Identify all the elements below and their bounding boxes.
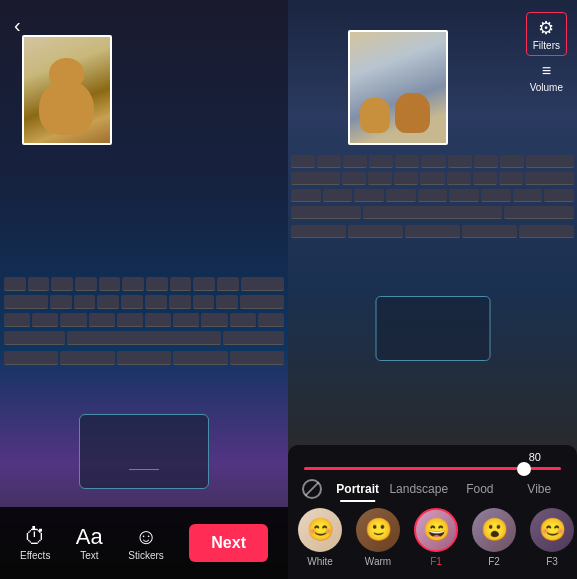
text-icon: Aa	[76, 526, 103, 548]
filter-panel: 80 Portrait Landscape Food Vibe 😊 White	[288, 445, 577, 579]
filter-white-label: White	[307, 556, 333, 567]
back-button[interactable]: ‹	[14, 14, 21, 37]
filter-tabs: Portrait Landscape Food Vibe	[288, 478, 577, 500]
filter-f2-label: F2	[488, 556, 500, 567]
dog1	[360, 98, 390, 133]
filter-f2-face: 😮	[472, 508, 516, 552]
filters-icon: ⚙	[538, 17, 554, 39]
filter-warm-face: 🙂	[356, 508, 400, 552]
filter-warm-avatar: 🙂	[356, 508, 400, 552]
filter-warm-label: Warm	[365, 556, 391, 567]
filter-f1[interactable]: 😄 F1	[410, 508, 462, 567]
filter-f1-label: F1	[430, 556, 442, 567]
filter-f1-avatar: 😄	[414, 508, 458, 552]
tab-food[interactable]: Food	[450, 478, 509, 500]
filters-label: Filters	[533, 40, 560, 51]
filter-white[interactable]: 😊 White	[294, 508, 346, 567]
volume-button[interactable]: ≡ Volume	[530, 62, 563, 93]
text-label: Text	[80, 550, 98, 561]
filter-f2-avatar: 😮	[472, 508, 516, 552]
filter-white-avatar: 😊	[298, 508, 342, 552]
dog-image-left	[24, 37, 110, 143]
dog-body	[39, 80, 94, 135]
filter-slider-thumb[interactable]	[517, 462, 531, 476]
volume-icon: ≡	[542, 62, 551, 80]
filter-f3-face: 😊	[530, 508, 574, 552]
filter-f1-face: 😄	[416, 510, 456, 550]
filter-white-face: 😊	[298, 508, 342, 552]
stickers-button[interactable]: ☺ Stickers	[128, 526, 164, 561]
stickers-label: Stickers	[128, 550, 164, 561]
dog-image-right	[350, 32, 446, 143]
left-panel: ‹ ⏱ Effects Aa Text ☺ Stickers Next	[0, 0, 288, 579]
effects-icon: ⏱	[24, 526, 46, 548]
video-thumbnail-right	[348, 30, 448, 145]
effects-button[interactable]: ⏱ Effects	[20, 526, 50, 561]
tab-vibe[interactable]: Vibe	[510, 478, 569, 500]
no-filter-icon[interactable]	[302, 479, 322, 499]
tab-portrait[interactable]: Portrait	[328, 478, 387, 500]
filter-slider-track[interactable]	[304, 467, 561, 470]
filter-f2[interactable]: 😮 F2	[468, 508, 520, 567]
dog2	[395, 93, 430, 133]
filter-f3-avatar: 😊	[530, 508, 574, 552]
trackpad-left	[79, 414, 209, 489]
right-panel: ⚙ Filters ≡ Volume 80 Portrait Landscape…	[288, 0, 577, 579]
filter-warm[interactable]: 🙂 Warm	[352, 508, 404, 567]
filters-button[interactable]: ⚙ Filters	[526, 12, 567, 56]
effects-label: Effects	[20, 550, 50, 561]
trackpad-right	[375, 296, 490, 361]
text-button[interactable]: Aa Text	[76, 526, 103, 561]
slider-value: 80	[529, 451, 541, 463]
next-button[interactable]: Next	[189, 524, 268, 562]
video-thumbnail-left	[22, 35, 112, 145]
volume-label: Volume	[530, 82, 563, 93]
bottom-toolbar: ⏱ Effects Aa Text ☺ Stickers Next	[0, 507, 288, 579]
tab-landscape[interactable]: Landscape	[387, 478, 450, 500]
filter-slider-container: 80	[288, 453, 577, 478]
filter-f3-label: F3	[546, 556, 558, 567]
trackpad-line	[129, 469, 159, 470]
keyboard-right	[288, 153, 577, 414]
filter-items: 😊 White 🙂 Warm 😄 F1 😮 F2	[288, 508, 577, 567]
stickers-icon: ☺	[135, 526, 157, 548]
filter-f3[interactable]: 😊 F3	[526, 508, 577, 567]
